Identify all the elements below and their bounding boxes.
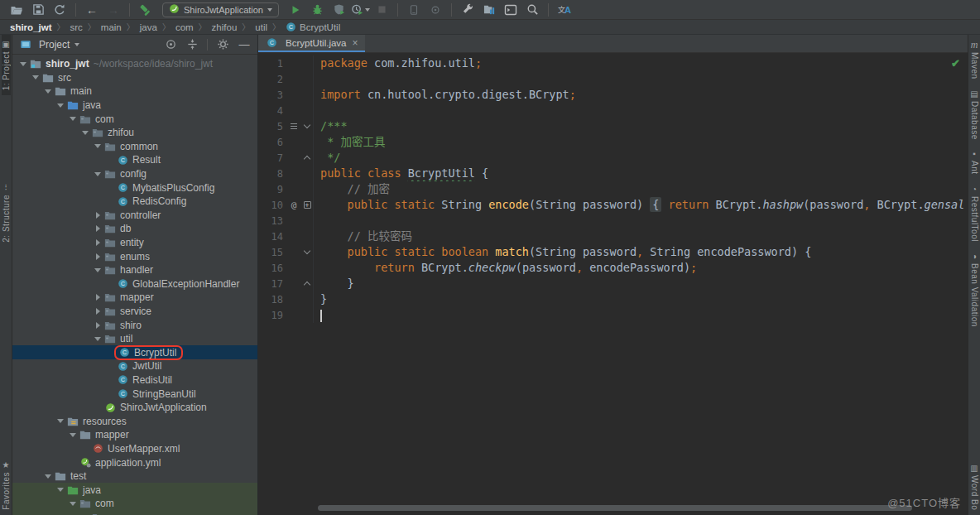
tree-item-db[interactable]: db — [12, 222, 257, 236]
terminal-icon[interactable] — [501, 1, 521, 19]
tree-chevron[interactable] — [79, 131, 91, 135]
fold-marker[interactable] — [301, 125, 313, 128]
tree-chevron[interactable] — [30, 75, 41, 79]
code-text[interactable]: } — [313, 291, 968, 307]
tree-chevron[interactable] — [55, 419, 66, 423]
tree-chevron[interactable] — [92, 322, 103, 329]
settings-wrench-icon[interactable] — [458, 1, 478, 19]
tree-item-redisutil[interactable]: CRedisUtil — [12, 373, 257, 387]
tree-item-mybatisplusconfig[interactable]: CMybatisPlusConfig — [12, 180, 257, 195]
tree-item-shiro[interactable]: shiro — [12, 318, 257, 332]
select-opened-file-icon[interactable] — [162, 36, 179, 53]
save-all-icon[interactable] — [28, 1, 48, 19]
tree-item-mapper[interactable]: mapper — [12, 428, 257, 442]
back-icon[interactable]: ← — [82, 1, 102, 19]
tree-item-entity[interactable]: entity — [12, 236, 257, 250]
tree-item-java[interactable]: java — [12, 483, 257, 497]
tree-chevron[interactable] — [92, 225, 103, 232]
tree-item-java[interactable]: java — [12, 99, 257, 113]
tree-item-redisconfig[interactable]: CRedisConfig — [12, 195, 257, 209]
tree-item-usermapper.xml[interactable]: UserMapper.xml — [12, 442, 257, 456]
tree-chevron[interactable] — [92, 144, 103, 148]
tool-window-button-ant[interactable]: ▪Ant — [970, 144, 979, 180]
translate-icon[interactable]: 文A — [555, 1, 574, 19]
code-text[interactable] — [313, 307, 968, 323]
tree-item-jwtutil[interactable]: CJwtUtil — [12, 359, 257, 373]
tree-item-mapper[interactable]: mapper — [12, 291, 257, 305]
tree-item-result[interactable]: CResult — [12, 153, 257, 167]
synchronize-icon[interactable] — [50, 1, 70, 19]
tree-item-handler[interactable]: handler — [12, 263, 257, 277]
collapse-all-icon[interactable] — [184, 36, 200, 53]
code-editor[interactable]: 1package com.zhifou.util;23import cn.hut… — [258, 53, 968, 515]
tree-chevron[interactable] — [92, 239, 103, 246]
tool-window-button-1-project[interactable]: ▣1: Project — [2, 35, 11, 95]
breadcrumb-item-bcryptutil[interactable]: CBcryptUtil — [284, 22, 342, 32]
breadcrumb-item-java[interactable]: java — [138, 22, 159, 32]
tool-window-button-maven[interactable]: mMaven — [970, 35, 979, 84]
code-text[interactable]: } — [313, 276, 968, 291]
tree-chevron[interactable] — [67, 502, 79, 506]
tree-item-enums[interactable]: enums — [12, 249, 257, 263]
code-text[interactable]: import cn.hutool.crypto.digest.BCrypt; — [313, 87, 968, 103]
close-icon[interactable]: × — [353, 37, 358, 49]
tree-item-src[interactable]: src — [12, 71, 257, 85]
tree-chevron[interactable] — [55, 103, 66, 108]
tool-window-button-restfultool[interactable]: ◔RestfulTool — [970, 180, 979, 247]
breadcrumb-item-main[interactable]: main — [99, 22, 123, 32]
profiler-icon[interactable] — [350, 1, 370, 19]
tree-chevron[interactable] — [55, 488, 66, 492]
fold-marker[interactable]: + — [301, 201, 313, 209]
breadcrumb-item-shiro_jwt[interactable]: shiro_jwt — [8, 22, 53, 32]
run-configuration-select[interactable]: ShiroJwtApplication — [162, 2, 279, 17]
tool-window-button-2-structure[interactable]: ⁝2: Structure — [2, 178, 11, 248]
fold-marker[interactable] — [301, 282, 313, 285]
run-icon[interactable] — [286, 1, 305, 19]
tree-chevron[interactable] — [42, 89, 54, 94]
tree-item-resources[interactable]: resources — [12, 414, 257, 428]
breadcrumb-item-src[interactable]: src — [68, 22, 84, 32]
code-text[interactable]: * 加密工具 — [313, 134, 968, 150]
tree-item-test[interactable]: test — [12, 469, 257, 484]
code-text[interactable]: public class BcryptUtil { — [313, 166, 968, 181]
chevron-down-icon[interactable] — [74, 43, 79, 46]
tree-chevron[interactable] — [92, 294, 103, 301]
code-text[interactable] — [313, 71, 968, 87]
code-text[interactable]: /*** — [313, 118, 968, 134]
tree-item-service[interactable]: service — [12, 305, 257, 319]
tool-window-button-word-bo[interactable]: ▥Word Bo — [970, 459, 979, 515]
tree-item-controller[interactable]: controller — [12, 209, 257, 223]
code-text[interactable]: public static String encode(String passw… — [313, 197, 968, 213]
inspection-ok-icon[interactable]: ✔ — [951, 57, 960, 70]
tree-chevron[interactable] — [92, 337, 103, 341]
tree-item-com[interactable]: com — [12, 497, 257, 511]
tree-item-partial[interactable] — [12, 511, 257, 515]
breadcrumb-item-zhifou[interactable]: zhifou — [210, 22, 239, 32]
project-structure-icon[interactable] — [479, 1, 499, 19]
tree-item-zhifou[interactable]: zhifou — [12, 126, 257, 140]
code-text[interactable]: package com.zhifou.util; — [313, 55, 968, 71]
tree-item-shirojwtapplication[interactable]: ShiroJwtApplication — [12, 401, 257, 415]
tree-chevron[interactable] — [92, 308, 103, 315]
code-text[interactable]: public static boolean match(String passw… — [313, 244, 968, 260]
tree-item-stringbeanutil[interactable]: CStringBeanUtil — [12, 387, 257, 401]
code-text[interactable] — [313, 103, 968, 118]
tree-item-util[interactable]: util — [12, 332, 257, 346]
tree-item-shiro-jwt[interactable]: shiro_jwt~/workspace/idea/shiro_jwt — [12, 57, 257, 71]
tree-item-common[interactable]: common — [12, 140, 257, 154]
tree-chevron[interactable] — [17, 62, 29, 66]
tool-window-button-bean-validation[interactable]: ◑Bean Validation — [970, 247, 979, 332]
tree-chevron[interactable] — [92, 268, 103, 272]
debug-icon[interactable] — [307, 1, 327, 19]
settings-gear-icon[interactable] — [214, 36, 231, 53]
tree-chevron[interactable] — [67, 433, 79, 437]
tool-window-button-database[interactable]: ▤Database — [970, 84, 979, 145]
breadcrumb-item-util[interactable]: util — [253, 22, 269, 32]
tree-item-application.yml[interactable]: application.yml — [12, 455, 257, 469]
fold-marker[interactable] — [301, 156, 313, 159]
open-project-icon[interactable] — [7, 1, 26, 19]
hide-panel-icon[interactable]: — — [236, 36, 252, 53]
code-text[interactable]: // 比较密码 — [313, 229, 968, 244]
tree-chevron[interactable] — [42, 474, 54, 479]
tab-bcryptutil-java[interactable]: C BcryptUtil.java × — [258, 35, 365, 52]
